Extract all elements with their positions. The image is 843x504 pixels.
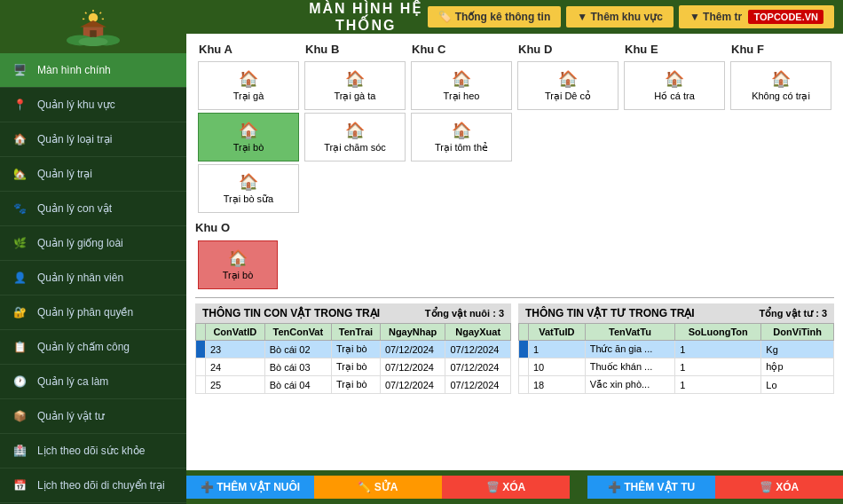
animal-in-0: 07/12/2024	[380, 341, 445, 358]
farm-card-0-1[interactable]: 🏠 Trại bò	[198, 113, 299, 161]
sidebar-item-supply[interactable]: 📦 Quản lý vật tư	[0, 399, 186, 434]
sidebar-item-transfer[interactable]: 📅 Lịch theo dõi di chuyển trại	[0, 469, 186, 503]
supply-col-tenvattu: TenVatTu	[585, 324, 675, 341]
supply-row-2[interactable]: 18 Vắc xin phò... 1 Lo	[519, 376, 834, 394]
supply-row-1[interactable]: 10 Thuốc khán ... 1 hộp	[519, 358, 834, 376]
add-animal-icon: ➕	[201, 481, 214, 493]
sidebar-item-animal[interactable]: 🐾 Quản lý con vật	[0, 192, 186, 226]
farm-icon-0-2: 🏠	[239, 172, 258, 192]
sidebar-item-zone[interactable]: 📍 Quản lý khu vực	[0, 88, 186, 122]
farm-icon-0-0: 🏠	[239, 69, 258, 89]
animal-row-0[interactable]: 23 Bò cái 02 Trại bò 07/12/2024 07/12/20…	[196, 341, 511, 358]
svg-marker-6	[80, 20, 106, 28]
farm-card-0-0[interactable]: 🏠 Trại gà	[198, 61, 299, 110]
sidebar-label-health: Lịch theo dõi sức khỏe	[37, 445, 145, 457]
sidebar-item-farm[interactable]: 🏡 Quản lý trại	[0, 157, 186, 192]
action-bar: ➕ THÊM VẬT NUÔI ✏️ SỬA 🗑️ XÓA ➕ THÊM VẬT…	[186, 470, 843, 504]
farm-card-0-2[interactable]: 🏠 Trại bò sữa	[198, 164, 299, 213]
sidebar-label-zone: Quản lý khu vực	[37, 98, 115, 111]
delete-button[interactable]: 🗑️ XÓA	[715, 476, 843, 499]
animal-farm-2: Trại bò	[331, 376, 380, 394]
add-animal-button[interactable]: ➕ THÊM VẬT NUÔI	[186, 476, 314, 499]
sidebar-icon-attendance: 📋	[9, 336, 30, 358]
sidebar-label-transfer: Lịch theo dõi di chuyển trại	[37, 479, 165, 492]
farm-name-2-1: Trại tôm thẻ	[435, 142, 488, 154]
main-area: MÀN HÌNH HỆ THỐNG 🏷️ Thống kê thông tin …	[186, 0, 843, 504]
animal-info-panel: THÔNG TIN CON VẬT TRONG TRẠI Tổng vật nu…	[195, 303, 511, 394]
topbar: MÀN HÌNH HỆ THỐNG 🏷️ Thống kê thông tin …	[186, 0, 843, 34]
farm-name-1-1: Trại chăm sóc	[324, 142, 386, 154]
sidebar-label-attendance: Quản lý chấm công	[37, 341, 130, 353]
khu-o-farm[interactable]: 🏠 Trại bò	[198, 240, 278, 289]
stats-icon: 🏷️	[438, 11, 452, 23]
sidebar-item-breed[interactable]: 🌿 Quản lý giống loài	[0, 226, 186, 261]
svg-line-4	[85, 12, 87, 14]
sidebar-item-main[interactable]: 🖥️ Màn hình chính	[0, 53, 186, 88]
farm-card-4-0[interactable]: 🏠 Hồ cá tra	[624, 61, 725, 110]
sidebar-icon-breed: 🌿	[9, 232, 30, 254]
topcode-badge: TOPCODE.VN	[748, 10, 823, 24]
farm-card-5-0[interactable]: 🏠 Không có trại	[730, 61, 831, 110]
sidebar-item-attendance[interactable]: 📋 Quản lý chấm công	[0, 330, 186, 365]
animal-row-2[interactable]: 25 Bò cái 04 Trại bò 07/12/2024 07/12/20…	[196, 376, 511, 394]
supply-row-0[interactable]: 1 Thức ăn gia ... 1 Kg	[519, 341, 834, 358]
farm-icon-1-0: 🏠	[345, 69, 365, 89]
zone-col-1: Khu A 🏠 Trại gà 🏠 Trại bò 🏠 Trại bò sữa	[195, 43, 302, 216]
khu-o-header: Khu O	[195, 221, 834, 234]
supply-id-2: 18	[529, 376, 586, 394]
sidebar-label-farmtype: Quản lý loại trại	[37, 133, 112, 146]
farm-card-1-1[interactable]: 🏠 Trại chăm sóc	[304, 113, 406, 161]
sidebar-label-staff: Quản lý nhân viên	[37, 272, 123, 284]
farm-card-2-0[interactable]: 🏠 Trại heo	[411, 61, 512, 110]
sidebar-icon-zone: 📍	[9, 94, 30, 115]
farm-card-1-0[interactable]: 🏠 Trại gà ta	[304, 61, 406, 110]
sidebar-icon-health: 🏥	[9, 440, 30, 461]
farm-icon-4-0: 🏠	[665, 69, 684, 89]
animal-name-0: Bò cái 02	[264, 341, 331, 358]
row-indicator	[196, 341, 206, 358]
sidebar: 🖥️ Màn hình chính 📍 Quản lý khu vực 🏠 Qu…	[0, 0, 186, 504]
sidebar-label-supply: Quản lý vật tư	[37, 410, 105, 422]
bottom-section: THÔNG TIN CON VẬT TRONG TRẠI Tổng vật nu…	[195, 303, 834, 394]
farm-icon-3-0: 🏠	[558, 69, 578, 89]
supply-info-panel: THÔNG TIN VẬT TƯ TRONG TRẠI Tổng vật tư …	[518, 303, 834, 394]
supply-col-donvitinh: DonViTinh	[761, 324, 834, 341]
sidebar-item-shift[interactable]: 🕐 Quản lý ca làm	[0, 365, 186, 399]
add-more-button[interactable]: ▼ Thêm tr TOPCODE.VN	[679, 5, 834, 28]
sidebar-label-breed: Quản lý giống loài	[37, 237, 123, 249]
sidebar-icon-main: 🖥️	[9, 59, 30, 81]
farm-icon-1-1: 🏠	[345, 121, 365, 140]
row-indicator	[196, 358, 206, 376]
sidebar-label-permission: Quản lý phân quyền	[37, 306, 133, 319]
topbar-title: MÀN HÌNH HỆ THỐNG	[309, 0, 422, 34]
animal-in-2: 07/12/2024	[380, 376, 445, 394]
animal-col-indicator	[196, 324, 206, 341]
addzone-icon: ▼	[577, 11, 587, 23]
sidebar-label-main: Màn hình chính	[37, 64, 111, 76]
farm-card-2-1[interactable]: 🏠 Trại tôm thẻ	[411, 113, 512, 161]
animal-farm-0: Trại bò	[331, 341, 380, 358]
sidebar-item-farmtype[interactable]: 🏠 Quản lý loại trại	[0, 122, 186, 157]
animal-panel-title: THÔNG TIN CON VẬT TRONG TRẠI Tổng vật nu…	[195, 303, 511, 323]
animal-out-0: 07/12/2024	[445, 341, 511, 358]
supply-col-soluongton: SoLuongTon	[675, 324, 761, 341]
zone-col-5: Khu E 🏠 Hồ cá tra	[621, 43, 728, 216]
delete-animal-button[interactable]: 🗑️ XÓA	[442, 476, 570, 499]
stats-button[interactable]: 🏷️ Thống kê thông tin	[428, 6, 561, 28]
farm-card-3-0[interactable]: 🏠 Trại Dê cỏ	[517, 61, 618, 110]
add-zone-button[interactable]: ▼ Thêm khu vực	[566, 6, 674, 28]
farm-icon-2-1: 🏠	[452, 121, 471, 140]
sidebar-item-permission[interactable]: 🔐 Quản lý phân quyền	[0, 295, 186, 330]
sidebar-item-staff[interactable]: 👤 Quản lý nhân viên	[0, 261, 186, 295]
sidebar-icon-permission: 🔐	[9, 302, 30, 323]
sidebar-icon-farmtype: 🏠	[9, 129, 30, 150]
svg-line-2	[100, 12, 102, 14]
animal-row-1[interactable]: 24 Bò cái 03 Trại bò 07/12/2024 07/12/20…	[196, 358, 511, 376]
animal-out-1: 07/12/2024	[445, 358, 511, 376]
edit-button[interactable]: ✏️ SỬA	[314, 476, 442, 499]
delete-icon: 🗑️	[760, 481, 773, 493]
animal-id-2: 25	[206, 376, 265, 394]
sidebar-item-health[interactable]: 🏥 Lịch theo dõi sức khỏe	[0, 434, 186, 469]
zone-col-6: Khu F 🏠 Không có trại	[728, 43, 834, 216]
add-supply-button[interactable]: ➕ THÊM VẬT TU	[587, 476, 715, 499]
